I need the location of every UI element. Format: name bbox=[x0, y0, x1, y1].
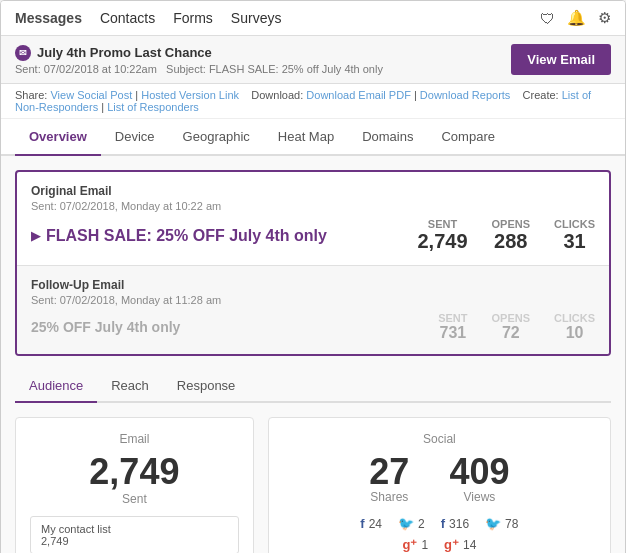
followup-opens-stat: OPENS 72 bbox=[492, 312, 531, 342]
fb-shares-count: 24 bbox=[369, 517, 382, 531]
original-email-subject: FLASH SALE: 25% OFF July 4th only bbox=[31, 227, 327, 245]
create-label: Create: bbox=[523, 89, 559, 101]
share-bar: Share: View Social Post | Hosted Version… bbox=[1, 84, 625, 119]
original-sent-label: SENT bbox=[417, 218, 467, 230]
social-metric-card: Social 27 Shares 409 Views f 24 bbox=[268, 417, 611, 553]
shield-icon[interactable]: 🛡 bbox=[540, 10, 555, 27]
views-stat: 409 Views bbox=[449, 454, 509, 504]
header-bar: ✉ July 4th Promo Last Chance Sent: 07/02… bbox=[1, 36, 625, 84]
original-clicks-value: 31 bbox=[554, 230, 595, 253]
contact-list-count: 2,749 bbox=[41, 535, 228, 547]
original-clicks-label: CLICKS bbox=[554, 218, 595, 230]
original-opens-label: OPENS bbox=[492, 218, 531, 230]
tab-overview[interactable]: Overview bbox=[15, 119, 101, 156]
contact-list-box: My contact list 2,749 bbox=[30, 516, 239, 553]
original-email-sent: Sent: 07/02/2018, Monday at 10:22 am bbox=[31, 200, 595, 212]
followup-clicks-stat: CLICKS 10 bbox=[554, 312, 595, 342]
download-reports-link[interactable]: Download Reports bbox=[420, 89, 511, 101]
followup-email-header: Follow-Up Email bbox=[31, 278, 595, 292]
followup-opens-value: 72 bbox=[492, 324, 531, 342]
original-clicks-stat: CLICKS 31 bbox=[554, 218, 595, 253]
original-email-body: FLASH SALE: 25% OFF July 4th only SENT 2… bbox=[31, 218, 595, 253]
share-label: Share: bbox=[15, 89, 47, 101]
followup-sent-label: SENT bbox=[438, 312, 467, 324]
nav-contacts[interactable]: Contacts bbox=[100, 10, 155, 26]
social-numbers: 27 Shares 409 Views bbox=[283, 454, 596, 504]
hosted-version-link[interactable]: Hosted Version Link bbox=[141, 89, 239, 101]
views-big: 409 bbox=[449, 454, 509, 490]
fb-views-item: f 316 bbox=[441, 516, 469, 531]
email-sent-big: 2,749 bbox=[30, 454, 239, 490]
tab-heatmap[interactable]: Heat Map bbox=[264, 119, 348, 156]
shares-label: Shares bbox=[369, 490, 409, 504]
followup-clicks-label: CLICKS bbox=[554, 312, 595, 324]
googleplus-views-icon: g⁺ bbox=[444, 537, 459, 552]
original-sent-value: 2,749 bbox=[417, 230, 467, 253]
email-metric-card: Email 2,749 Sent My contact list 2,749 B… bbox=[15, 417, 254, 553]
social-icons-shares-row: f 24 🐦 2 f 316 🐦 78 bbox=[283, 516, 596, 531]
shares-big: 27 bbox=[369, 454, 409, 490]
original-opens-stat: OPENS 288 bbox=[492, 218, 531, 253]
sub-tab-response[interactable]: Response bbox=[163, 370, 250, 403]
download-pdf-link[interactable]: Download Email PDF bbox=[306, 89, 411, 101]
contact-list-label: My contact list bbox=[41, 523, 228, 535]
email-icon: ✉ bbox=[15, 45, 31, 61]
email-metric-title: Email bbox=[30, 432, 239, 446]
social-metric-title: Social bbox=[283, 432, 596, 446]
tab-compare[interactable]: Compare bbox=[427, 119, 508, 156]
tab-domains[interactable]: Domains bbox=[348, 119, 427, 156]
social-icons-gplus-row: g⁺ 1 g⁺ 14 bbox=[283, 537, 596, 552]
download-label: Download: bbox=[251, 89, 303, 101]
main-tabs: Overview Device Geographic Heat Map Doma… bbox=[1, 119, 625, 156]
fb-shares-item: f 24 bbox=[360, 516, 382, 531]
view-social-post-link[interactable]: View Social Post bbox=[50, 89, 132, 101]
followup-clicks-value: 10 bbox=[554, 324, 595, 342]
campaign-title-row: ✉ July 4th Promo Last Chance bbox=[15, 45, 383, 61]
tw-shares-count: 2 bbox=[418, 517, 425, 531]
app-container: Messages Contacts Forms Surveys 🛡 🔔 ⚙ ✉ … bbox=[0, 0, 626, 553]
gp-views-item: g⁺ 14 bbox=[444, 537, 476, 552]
gp-shares-item: g⁺ 1 bbox=[402, 537, 428, 552]
tw-views-item: 🐦 78 bbox=[485, 516, 518, 531]
metrics-row: Email 2,749 Sent My contact list 2,749 B… bbox=[15, 417, 611, 553]
tw-views-count: 78 bbox=[505, 517, 518, 531]
followup-opens-label: OPENS bbox=[492, 312, 531, 324]
facebook-icon: f bbox=[360, 516, 364, 531]
campaign-subtitle: Sent: 07/02/2018 at 10:22am Subject: FLA… bbox=[15, 63, 383, 75]
sub-tab-reach[interactable]: Reach bbox=[97, 370, 163, 403]
nav-links: Messages Contacts Forms Surveys bbox=[15, 10, 281, 26]
followup-email-subject: 25% OFF July 4th only bbox=[31, 319, 180, 335]
facebook-views-icon: f bbox=[441, 516, 445, 531]
nav-forms[interactable]: Forms bbox=[173, 10, 213, 26]
sub-tabs: Audience Reach Response bbox=[15, 370, 611, 403]
twitter-views-icon: 🐦 bbox=[485, 516, 501, 531]
original-email-header: Original Email bbox=[31, 184, 595, 198]
email-sent-label: Sent bbox=[30, 492, 239, 506]
header-info: ✉ July 4th Promo Last Chance Sent: 07/02… bbox=[15, 45, 383, 75]
followup-email-stats: SENT 731 OPENS 72 CLICKS 10 bbox=[438, 312, 595, 342]
campaign-title: July 4th Promo Last Chance bbox=[37, 45, 212, 60]
main-content: Original Email Sent: 07/02/2018, Monday … bbox=[1, 156, 625, 553]
nav-surveys[interactable]: Surveys bbox=[231, 10, 282, 26]
gear-icon[interactable]: ⚙ bbox=[598, 9, 611, 27]
email-cards: Original Email Sent: 07/02/2018, Monday … bbox=[15, 170, 611, 356]
twitter-icon: 🐦 bbox=[398, 516, 414, 531]
googleplus-shares-icon: g⁺ bbox=[402, 537, 417, 552]
followup-sent-value: 731 bbox=[438, 324, 467, 342]
view-email-button[interactable]: View Email bbox=[511, 44, 611, 75]
original-sent-stat: SENT 2,749 bbox=[417, 218, 467, 253]
tab-geographic[interactable]: Geographic bbox=[169, 119, 264, 156]
shares-stat: 27 Shares bbox=[369, 454, 409, 504]
tab-device[interactable]: Device bbox=[101, 119, 169, 156]
responders-link[interactable]: List of Responders bbox=[107, 101, 199, 113]
tw-shares-item: 🐦 2 bbox=[398, 516, 425, 531]
bell-icon[interactable]: 🔔 bbox=[567, 9, 586, 27]
original-email-stats: SENT 2,749 OPENS 288 CLICKS 31 bbox=[417, 218, 595, 253]
nav-messages[interactable]: Messages bbox=[15, 10, 82, 26]
top-nav: Messages Contacts Forms Surveys 🛡 🔔 ⚙ bbox=[1, 1, 625, 36]
followup-sent-stat: SENT 731 bbox=[438, 312, 467, 342]
followup-email-body: 25% OFF July 4th only SENT 731 OPENS 72 … bbox=[31, 312, 595, 342]
original-email-card: Original Email Sent: 07/02/2018, Monday … bbox=[17, 172, 609, 266]
fb-views-count: 316 bbox=[449, 517, 469, 531]
sub-tab-audience[interactable]: Audience bbox=[15, 370, 97, 403]
